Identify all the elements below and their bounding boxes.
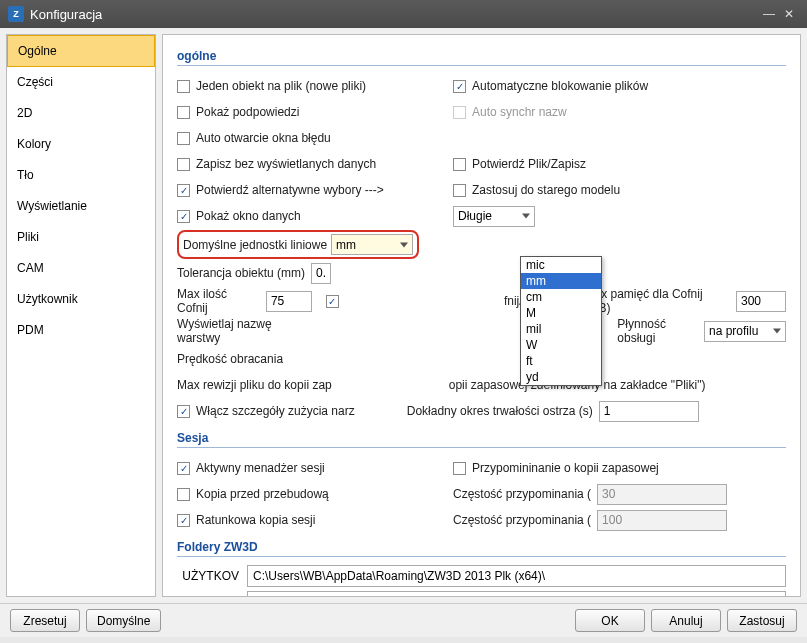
label: Auto otwarcie okna błędu: [196, 131, 331, 145]
sidebar-item-label: Kolory: [17, 137, 51, 151]
sidebar-item-label: Części: [17, 75, 53, 89]
label-max-mem: Max pamięć dla Cofnij (MB): [585, 287, 730, 315]
label: Częstość przypominania (: [453, 487, 591, 501]
label: Częstość przypominania (: [453, 513, 591, 527]
input-max-undo[interactable]: [266, 291, 312, 312]
sidebar-item-label: PDM: [17, 323, 44, 337]
label: Włącz szczegóły zużycia narz: [196, 404, 355, 418]
label-max-undo: Max ilość Cofnij: [177, 287, 260, 315]
footer: Zresetuj Domyślne OK Anuluj Zastosuj: [0, 603, 807, 637]
highlight-default-units: Domyślne jednostki liniowe mm: [177, 230, 419, 259]
sidebar-item-label: Pliki: [17, 230, 39, 244]
label-wear-period: Dokładny okres trwałości ostrza (s): [407, 404, 593, 418]
cancel-button[interactable]: Anuluj: [651, 609, 721, 632]
label-program-path: Program: [177, 595, 239, 597]
sidebar-item-background[interactable]: Tło: [7, 160, 155, 191]
label: Ratunkowa kopia sesji: [196, 513, 315, 527]
label: Zapisz bez wyświetlanych danych: [196, 157, 376, 171]
checkbox-session-manager[interactable]: [177, 462, 190, 475]
checkbox-auto-lock[interactable]: [453, 80, 466, 93]
sidebar-item-colors[interactable]: Kolory: [7, 129, 155, 160]
input-wear-period[interactable]: [599, 401, 699, 422]
checkbox-auto-error[interactable]: [177, 132, 190, 145]
checkbox-apply-old[interactable]: [453, 184, 466, 197]
checkbox-undo-redo[interactable]: [326, 295, 339, 308]
sidebar-item-label: CAM: [17, 261, 44, 275]
label: Automatyczne blokowanie plików: [472, 79, 648, 93]
group-folders: Foldery ZW3D: [177, 540, 786, 557]
sidebar-item-2d[interactable]: 2D: [7, 98, 155, 129]
titlebar: Z Konfiguracja — ✕: [0, 0, 807, 28]
label: Potwierdź Plik/Zapisz: [472, 157, 586, 171]
sidebar-item-label: Wyświetlanie: [17, 199, 87, 213]
dropdown-item[interactable]: ft: [521, 353, 601, 369]
group-general: ogólne: [177, 49, 786, 66]
checkbox-copy-before-rebuild[interactable]: [177, 488, 190, 501]
sidebar-item-label: Użytkownik: [17, 292, 78, 306]
sidebar-item-cam[interactable]: CAM: [7, 253, 155, 284]
dropdown-item[interactable]: cm: [521, 289, 601, 305]
dropdown-units-list[interactable]: mic mm cm M mil W ft yd: [520, 256, 602, 386]
checkbox-backup-reminder[interactable]: [453, 462, 466, 475]
checkbox-wear-details[interactable]: [177, 405, 190, 418]
label: Pokaż podpowiedzi: [196, 105, 299, 119]
sidebar-item-label: Tło: [17, 168, 34, 182]
sidebar-item-display[interactable]: Wyświetlanie: [7, 191, 155, 222]
select-value: na profilu: [709, 324, 758, 338]
label: Zastosuj do starego modelu: [472, 183, 620, 197]
label: Pokaż okno danych: [196, 209, 301, 223]
sidebar-item-parts[interactable]: Części: [7, 67, 155, 98]
label-user-path: UŻYTKOV: [177, 569, 239, 583]
window-title: Konfiguracja: [30, 7, 759, 22]
dropdown-item[interactable]: mil: [521, 321, 601, 337]
sidebar-item-general[interactable]: Ogólne: [7, 35, 155, 67]
sidebar-item-files[interactable]: Pliki: [7, 222, 155, 253]
label: Aktywny menadżer sesji: [196, 461, 325, 475]
checkbox-save-no-display[interactable]: [177, 158, 190, 171]
dropdown-item[interactable]: mic: [521, 257, 601, 273]
select-default-units[interactable]: mm: [331, 234, 413, 255]
input-user-path[interactable]: [247, 565, 786, 587]
dropdown-item[interactable]: yd: [521, 369, 601, 385]
app-icon: Z: [8, 6, 24, 22]
label: Auto synchr nazw: [472, 105, 567, 119]
sidebar-item-label: Ogólne: [18, 44, 57, 58]
checkbox-confirm-alt[interactable]: [177, 184, 190, 197]
sidebar: Ogólne Części 2D Kolory Tło Wyświetlanie…: [6, 34, 156, 597]
dropdown-item[interactable]: W: [521, 337, 601, 353]
label-smoothness: Płynność obsługi: [617, 317, 698, 345]
sidebar-item-pdm[interactable]: PDM: [7, 315, 155, 346]
label-default-units: Domyślne jednostki liniowe: [183, 238, 327, 252]
label-max-revisions: Max rewizji pliku do kopii zap: [177, 378, 332, 392]
select-value: mm: [336, 238, 356, 252]
content-panel: ogólne Jeden obiekt na plik (nowe pliki)…: [162, 34, 801, 597]
input-tolerance[interactable]: [311, 263, 331, 284]
checkbox-confirm-save[interactable]: [453, 158, 466, 171]
sidebar-item-user[interactable]: Użytkownik: [7, 284, 155, 315]
minimize-icon[interactable]: —: [759, 7, 779, 21]
checkbox-hints[interactable]: [177, 106, 190, 119]
reset-button[interactable]: Zresetuj: [10, 609, 80, 632]
checkbox-one-object[interactable]: [177, 80, 190, 93]
input-program-path[interactable]: [247, 591, 786, 597]
label-tolerance: Tolerancja obiektu (mm): [177, 266, 305, 280]
label: Przypomininanie o kopii zapasowej: [472, 461, 659, 475]
dropdown-item[interactable]: mm: [521, 273, 601, 289]
label-layer-name: Wyświetlaj nazwę warstwy: [177, 317, 311, 345]
input-max-mem[interactable]: [736, 291, 786, 312]
checkbox-show-data-win[interactable]: [177, 210, 190, 223]
sidebar-item-label: 2D: [17, 106, 32, 120]
apply-button[interactable]: Zastosuj: [727, 609, 797, 632]
defaults-button[interactable]: Domyślne: [86, 609, 161, 632]
input-remind-freq1: [597, 484, 727, 505]
label: Potwierdź alternatywne wybory --->: [196, 183, 384, 197]
label-rotation-speed: Prędkość obracania: [177, 352, 283, 366]
dropdown-item[interactable]: M: [521, 305, 601, 321]
label: Jeden obiekt na plik (nowe pliki): [196, 79, 366, 93]
select-smoothness[interactable]: na profilu: [704, 321, 786, 342]
select-data-window[interactable]: Długie: [453, 206, 535, 227]
checkbox-rescue-copy[interactable]: [177, 514, 190, 527]
close-icon[interactable]: ✕: [779, 7, 799, 21]
label: Kopia przed przebudową: [196, 487, 329, 501]
ok-button[interactable]: OK: [575, 609, 645, 632]
